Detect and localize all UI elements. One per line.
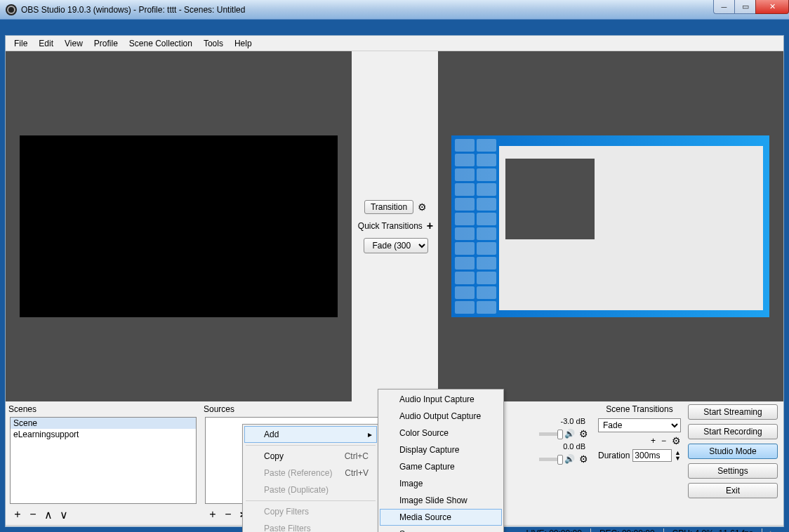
menu-tools[interactable]: Tools: [198, 36, 229, 51]
menu-item-add[interactable]: Add▸: [244, 426, 377, 443]
scene-transitions-panel: Scene Transitions Fade + − Duration ▲▼: [594, 401, 685, 525]
gear-icon[interactable]: [579, 428, 588, 439]
preview-program-canvas: [451, 135, 769, 317]
minus-icon[interactable]: −: [661, 436, 666, 446]
menu-item-game-capture[interactable]: Game Capture: [380, 458, 502, 475]
menu-item-color-source[interactable]: Color Source: [380, 425, 502, 441]
start-streaming-button[interactable]: Start Streaming: [688, 404, 778, 420]
menu-item-copy[interactable]: CopyCtrl+C: [244, 448, 377, 465]
menu-item-scene[interactable]: Scene: [380, 526, 502, 532]
duration-input[interactable]: [632, 449, 672, 462]
settings-button[interactable]: Settings: [688, 463, 778, 479]
menu-item-copy-filters[interactable]: Copy Filters: [244, 503, 377, 520]
preview-row: Transition Quick Transitions Fade (300ms…: [6, 51, 783, 401]
status-rec: REC: 00:00:00: [590, 528, 663, 533]
move-down-button[interactable]: ∨: [56, 507, 72, 522]
remove-scene-button[interactable]: −: [25, 507, 41, 522]
window-title: OBS Studio 19.0.3 (windows) - Profile: t…: [21, 5, 245, 15]
move-up-button[interactable]: ∧: [41, 507, 56, 522]
menu-item-paste-duplicate[interactable]: Paste (Duplicate): [244, 481, 377, 498]
context-menu-sources: Add▸ CopyCtrl+C Paste (Reference)Ctrl+V …: [242, 424, 379, 532]
sources-title: Sources: [201, 401, 396, 417]
menu-item-media-source[interactable]: Media Source: [380, 509, 502, 526]
add-scene-button[interactable]: +: [10, 507, 25, 522]
resize-grip-icon[interactable]: ◢: [762, 528, 779, 533]
scenes-list[interactable]: Scene eLearningsupport: [10, 417, 197, 504]
menu-scene-collection[interactable]: Scene Collection: [124, 36, 198, 51]
scenes-title: Scenes: [6, 401, 201, 417]
scene-transitions-title: Scene Transitions: [594, 401, 685, 417]
exit-button[interactable]: Exit: [688, 483, 778, 498]
menu-item-image-slide-show[interactable]: Image Slide Show: [380, 492, 502, 509]
spinner-icon[interactable]: ▲▼: [675, 450, 681, 461]
speaker-icon[interactable]: 🔊: [564, 454, 575, 464]
chevron-right-icon: ▸: [368, 430, 372, 439]
add-source-button[interactable]: +: [205, 507, 220, 522]
gear-icon[interactable]: [672, 435, 681, 446]
volume-slider-2[interactable]: [539, 458, 560, 461]
menu-item-display-capture[interactable]: Display Capture: [380, 441, 502, 458]
status-cpu: CPU: 4.0%, 11.61 fps: [663, 528, 762, 533]
menu-item-image[interactable]: Image: [380, 475, 502, 492]
menu-help[interactable]: Help: [229, 36, 258, 51]
plus-icon[interactable]: [427, 220, 433, 232]
minimize-button[interactable]: ─: [713, 0, 734, 14]
menu-view[interactable]: View: [59, 36, 88, 51]
start-recording-button[interactable]: Start Recording: [688, 424, 778, 439]
transition-column: Transition Quick Transitions Fade (300ms…: [354, 51, 438, 401]
gear-icon[interactable]: [579, 453, 588, 465]
preview-edit-canvas: [20, 135, 338, 317]
status-live: LIVE: 00:00:00: [517, 528, 590, 533]
menu-item-paste-reference[interactable]: Paste (Reference)Ctrl+V: [244, 465, 377, 481]
scene-transition-select[interactable]: Fade: [598, 418, 681, 432]
speaker-icon[interactable]: 🔊: [564, 429, 575, 439]
menu-bar: File Edit View Profile Scene Collection …: [6, 36, 783, 51]
preview-program[interactable]: [438, 51, 784, 401]
menu-file[interactable]: File: [8, 36, 33, 51]
transition-select[interactable]: Fade (300ms): [364, 238, 428, 253]
menu-item-audio-input-capture[interactable]: Audio Input Capture: [380, 391, 502, 408]
menu-profile[interactable]: Profile: [88, 36, 124, 51]
plus-icon[interactable]: +: [651, 436, 656, 446]
transition-button[interactable]: Transition: [364, 200, 413, 214]
controls-panel: Start Streaming Start Recording Studio M…: [685, 401, 783, 525]
list-item[interactable]: eLearningsupport: [11, 429, 196, 440]
title-bar: OBS Studio 19.0.3 (windows) - Profile: t…: [0, 0, 789, 20]
context-menu-add-source: Audio Input Capture Audio Output Capture…: [378, 389, 504, 532]
close-button[interactable]: ✕: [755, 0, 789, 14]
studio-mode-button[interactable]: Studio Mode: [688, 444, 778, 459]
maximize-button[interactable]: ▭: [734, 0, 755, 14]
app-icon: [6, 4, 17, 15]
quick-transitions-label: Quick Transitions: [358, 221, 423, 231]
duration-label: Duration: [598, 451, 630, 460]
gear-icon[interactable]: [418, 201, 427, 213]
scenes-panel: Scenes Scene eLearningsupport + − ∧ ∨: [6, 401, 201, 525]
volume-slider-1[interactable]: [539, 432, 560, 436]
menu-edit[interactable]: Edit: [33, 36, 59, 51]
preview-edit[interactable]: [6, 51, 352, 401]
list-item[interactable]: Scene: [11, 418, 196, 429]
menu-item-audio-output-capture[interactable]: Audio Output Capture: [380, 408, 502, 425]
menu-item-paste-filters[interactable]: Paste Filters: [244, 520, 377, 532]
remove-source-button[interactable]: −: [220, 507, 236, 522]
